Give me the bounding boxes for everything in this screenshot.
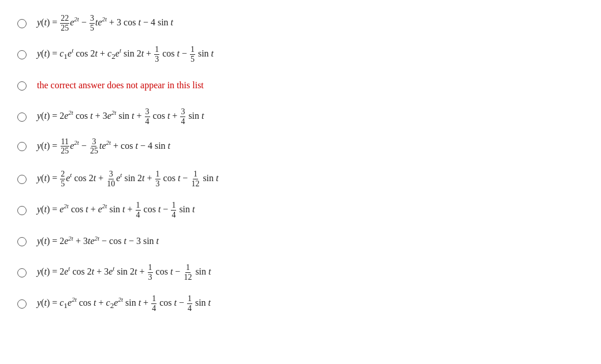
option-7-text: y(t) = e2t cos t + e2t sin t + 14 cos t … <box>37 201 195 219</box>
list-item: y(t) = 25et cos 2t + 310et sin 2t + 13 c… <box>17 166 584 192</box>
radio-button[interactable] <box>17 112 27 122</box>
list-item: y(t) = 2et cos 2t + 3et sin 2t + 13 cos … <box>17 260 584 285</box>
radio-button[interactable] <box>17 19 27 28</box>
radio-button[interactable] <box>17 299 27 309</box>
option-6-text: y(t) = 25et cos 2t + 310et sin 2t + 13 c… <box>37 170 219 188</box>
radio-button[interactable] <box>17 50 27 59</box>
radio-button[interactable] <box>17 268 27 277</box>
option-5-text: y(t) = 1125e2t − 325te2t + cos t − 4 sin… <box>37 137 170 156</box>
options-list: y(t) = 2225e2t − 35te2t + 3 cos t − 4 si… <box>17 10 584 316</box>
radio-button[interactable] <box>17 142 27 151</box>
list-item: y(t) = 2225e2t − 35te2t + 3 cos t − 4 si… <box>17 10 584 36</box>
list-item: y(t) = 2e2t cos t + 3e2t sin t + 34 cos … <box>17 104 584 129</box>
list-item: y(t) = e2t cos t + e2t sin t + 14 cos t … <box>17 197 584 223</box>
list-item: y(t) = c1e2t cos t + c2e2t sin t + 14 co… <box>17 291 584 316</box>
option-3-text: the correct answer does not appear in th… <box>37 78 204 93</box>
radio-button[interactable] <box>17 237 27 246</box>
option-4-text: y(t) = 2e2t cos t + 3e2t sin t + 34 cos … <box>37 107 204 126</box>
list-item: y(t) = c1et cos 2t + c2et sin 2t + 13 co… <box>17 42 584 67</box>
option-1-text: y(t) = 2225e2t − 35te2t + 3 cos t − 4 si… <box>37 14 173 32</box>
option-8-text: y(t) = 2e2t + 3te2t − cos t − 3 sin t <box>37 234 159 249</box>
option-10-text: y(t) = c1e2t cos t + c2e2t sin t + 14 co… <box>37 294 211 313</box>
option-2-text: y(t) = c1et cos 2t + c2et sin 2t + 13 co… <box>37 45 214 63</box>
radio-button[interactable] <box>17 81 27 91</box>
radio-button[interactable] <box>17 206 27 215</box>
list-item: y(t) = 1125e2t − 325te2t + cos t − 4 sin… <box>17 135 584 160</box>
list-item: the correct answer does not appear in th… <box>17 73 584 98</box>
option-9-text: y(t) = 2et cos 2t + 3et sin 2t + 13 cos … <box>37 263 211 282</box>
radio-button[interactable] <box>17 175 27 184</box>
list-item: y(t) = 2e2t + 3te2t − cos t − 3 sin t <box>17 228 584 254</box>
